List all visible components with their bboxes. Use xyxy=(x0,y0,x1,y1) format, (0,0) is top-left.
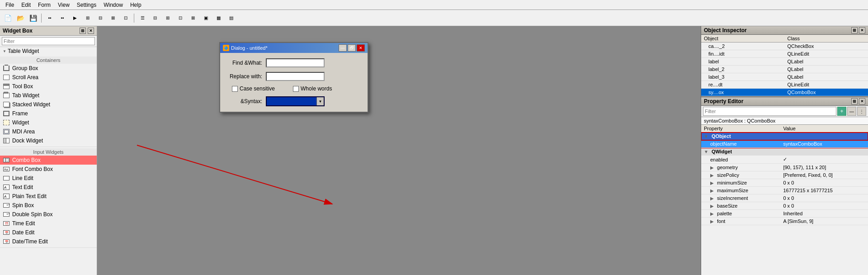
table-row[interactable]: label QLabel xyxy=(701,58,868,66)
prop-minus-btn[interactable]: — xyxy=(847,107,856,116)
widget-item-textedit[interactable]: A Text Edit xyxy=(0,183,97,192)
toolbar-btn13[interactable]: ▣ xyxy=(200,12,212,24)
toolbar-btn10[interactable]: ⊞ xyxy=(162,12,174,24)
toolbar-btn7[interactable]: ⊡ xyxy=(120,12,132,24)
qobject-expand[interactable]: ▼ xyxy=(704,134,708,139)
widget-item-mdi[interactable]: MDI Area xyxy=(0,127,97,136)
widget-item-fontcombo[interactable]: Aa Font Combo Box xyxy=(0,165,97,174)
prop-row-minsize[interactable]: ▶ minimumSize 0 x 0 xyxy=(701,179,868,187)
prop-name-maxsize: ▶ maximumSize xyxy=(701,187,780,194)
widget-item-tabwidget[interactable]: Tab Widget xyxy=(0,91,97,100)
whole-words-checkbox[interactable] xyxy=(293,86,299,92)
object-inspector-close-btn[interactable]: ✕ xyxy=(859,27,865,33)
widget-item-groupbox[interactable]: Group Box xyxy=(0,64,97,73)
palette-expand[interactable]: ▶ xyxy=(710,211,714,216)
toolbar-btn8[interactable]: ☰ xyxy=(137,12,148,24)
widget-item-doublespinbox[interactable]: Double Spin Box xyxy=(0,210,97,219)
widget-item-plaintextedit[interactable]: A Plain Text Edit xyxy=(0,192,97,201)
widget-item-scrollarea[interactable]: Scroll Area xyxy=(0,73,97,82)
prop-row-maxsize[interactable]: ▶ maximumSize 16777215 x 16777215 xyxy=(701,187,868,194)
menu-form[interactable]: Form xyxy=(34,1,54,9)
table-row[interactable]: fin....idt QLineEdit xyxy=(701,50,868,58)
menu-window[interactable]: Window xyxy=(100,1,127,9)
prop-row-sizeincrement[interactable]: ▶ sizeIncrement 0 x 0 xyxy=(701,194,868,202)
toolbar-btn15[interactable]: ▤ xyxy=(225,12,237,24)
combobox-icon xyxy=(3,156,10,164)
geometry-expand[interactable]: ▶ xyxy=(710,165,714,170)
widget-item-datetimeedit[interactable]: 📅 Date/Time Edit xyxy=(0,237,97,246)
prop-row-sizepolicy[interactable]: ▶ sizePolicy [Preferred, Fixed, 0, 0] xyxy=(701,171,868,179)
table-row-selected[interactable]: sy....ox QComboBox xyxy=(701,89,868,96)
widget-item-dock[interactable]: Dock Widget xyxy=(0,136,97,145)
prop-options-btn[interactable]: ⋮ xyxy=(857,107,866,116)
toolbar-btn6[interactable]: ⊠ xyxy=(107,12,119,24)
minsize-expand[interactable]: ▶ xyxy=(710,180,714,185)
widget-item-spinbox[interactable]: Spin Box xyxy=(0,201,97,210)
widget-item-combobox[interactable]: Combo Box xyxy=(0,156,97,165)
toolbar-save[interactable]: 💾 xyxy=(27,12,39,24)
prop-row-basesize[interactable]: ▶ baseSize 0 x 0 xyxy=(701,202,868,210)
object-inspector: Object Inspector ⊞ ✕ Object Class ca....… xyxy=(701,26,868,97)
toolbar-btn4[interactable]: ⊞ xyxy=(82,12,94,24)
widget-item-timeedit[interactable]: ⏰ Time Edit xyxy=(0,219,97,228)
property-editor-float-btn[interactable]: ⊞ xyxy=(851,98,858,104)
toolbar-btn9[interactable]: ⊟ xyxy=(149,12,161,24)
toolbar-btn3[interactable]: ▶ xyxy=(69,12,81,24)
prop-add-btn[interactable]: + xyxy=(837,107,846,116)
menu-file[interactable]: File xyxy=(2,1,18,9)
widget-box-float-btn[interactable]: ⊞ xyxy=(80,28,86,34)
prop-row-objectname[interactable]: objectName syntaxComboBox xyxy=(701,140,868,148)
prop-filter-input[interactable] xyxy=(703,107,836,116)
widget-item-frame[interactable]: Frame xyxy=(0,109,97,118)
table-row[interactable]: label_2 QLabel xyxy=(701,66,868,73)
toolbar-btn11[interactable]: ⊡ xyxy=(175,12,186,24)
prop-section-qobject[interactable]: ▼ QObject xyxy=(701,133,868,140)
dialog-replace-input[interactable] xyxy=(266,72,325,81)
maxsize-expand[interactable]: ▶ xyxy=(710,188,714,193)
dialog-find-input[interactable] xyxy=(266,58,325,67)
widget-item-widget[interactable]: Widget xyxy=(0,118,97,127)
toolbar-new[interactable]: 📄 xyxy=(2,12,14,24)
menu-edit[interactable]: Edit xyxy=(18,1,34,9)
menu-help[interactable]: Help xyxy=(127,1,145,9)
prop-section-qwidget[interactable]: ▼ QWidget xyxy=(701,148,868,156)
table-row[interactable]: ca...._2 QCheckBox xyxy=(701,43,868,50)
widget-item-lineedit[interactable]: Line Edit xyxy=(0,174,97,183)
object-inspector-float-btn[interactable]: ⊞ xyxy=(851,27,858,33)
toolbar-btn14[interactable]: ▦ xyxy=(212,12,224,24)
menu-view[interactable]: View xyxy=(54,1,73,9)
dialog-minimize-btn[interactable]: — xyxy=(339,44,347,52)
property-editor-close-btn[interactable]: ✕ xyxy=(859,98,865,104)
menu-settings[interactable]: Settings xyxy=(73,1,100,9)
prop-row-geometry[interactable]: ▶ geometry [90, 157), 111 x 20] xyxy=(701,164,868,171)
prop-row-font[interactable]: ▶ font A [SimSun, 9] xyxy=(701,218,868,225)
widget-item-dateedit[interactable]: 📅 Date Edit xyxy=(0,228,97,237)
widget-box-close-btn[interactable]: ✕ xyxy=(88,28,94,34)
toolbar-open[interactable]: 📂 xyxy=(14,12,26,24)
widget-item-stacked[interactable]: Stacked Widget xyxy=(0,100,97,109)
toolbar-btn1[interactable]: ▪▪ xyxy=(44,12,56,24)
sizepolicy-expand[interactable]: ▶ xyxy=(710,173,714,178)
frame-icon xyxy=(3,110,10,117)
syntax-combobox[interactable]: ▼ xyxy=(266,96,325,106)
dialog-close-btn[interactable]: ✕ xyxy=(357,44,365,52)
widget-item-toolbox[interactable]: Tool Box xyxy=(0,82,97,91)
table-row[interactable]: re....dt QLineEdit xyxy=(701,81,868,89)
toolbar-btn5[interactable]: ⊟ xyxy=(94,12,106,24)
widget-item-tablewidget[interactable]: ▼ Table Widget xyxy=(0,47,97,55)
table-row[interactable]: label_3 QLabel xyxy=(701,73,868,81)
font-expand[interactable]: ▶ xyxy=(710,219,714,224)
basesize-expand[interactable]: ▶ xyxy=(710,204,714,209)
qwidget-expand[interactable]: ▼ xyxy=(704,149,708,154)
toolbar-btn2[interactable]: ▪▪ xyxy=(57,12,68,24)
sizeincrement-expand[interactable]: ▶ xyxy=(710,196,714,201)
dialog-restore-btn[interactable]: 🗗 xyxy=(348,44,356,52)
prop-row-palette[interactable]: ▶ palette Inherited xyxy=(701,210,868,218)
section-input-widgets: Input Widgets Combo Box Aa Font Combo Bo… xyxy=(0,147,97,248)
prop-value-objectname: syntaxComboBox xyxy=(780,140,868,148)
filter-input[interactable] xyxy=(2,37,95,45)
prop-row-enabled[interactable]: enabled ✓ xyxy=(701,156,868,164)
case-sensitive-checkbox[interactable] xyxy=(232,86,238,92)
obj-cell-object: re....dt xyxy=(701,81,785,89)
toolbar-btn12[interactable]: ⊠ xyxy=(187,12,199,24)
